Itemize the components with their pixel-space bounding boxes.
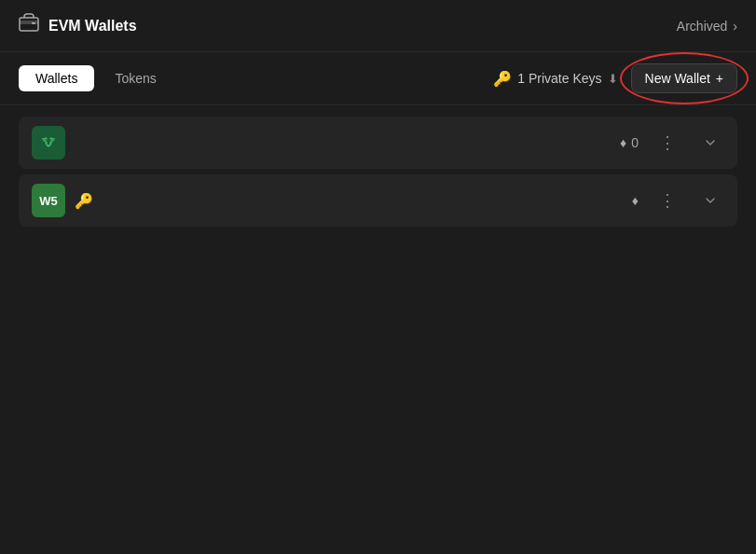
wallet-2-left: W5 🔑 (32, 184, 93, 217)
eth-icon-2: ♦ (632, 193, 639, 208)
wallet-2-key-icon: 🔑 (75, 192, 93, 210)
tab-tokens[interactable]: Tokens (98, 65, 172, 91)
svg-point-5 (49, 142, 50, 143)
key-emoji-icon: 🔑 (493, 70, 512, 88)
svg-point-3 (39, 133, 58, 152)
wallet-1-more-button[interactable]: ⋮ (653, 131, 681, 155)
wallet-2-balance: ♦ (632, 193, 639, 208)
wallet-2-avatar: W5 (32, 184, 65, 217)
archived-label: Archived (677, 19, 727, 34)
header-left: EVM Wallets (19, 13, 137, 38)
wallet-2-avatar-text: W5 (39, 194, 58, 208)
svg-rect-1 (20, 21, 38, 24)
new-wallet-plus-icon: + (716, 71, 723, 86)
eth-icon-1: ♦ (620, 135, 626, 150)
app-container: EVM Wallets Archived › Wallets Tokens 🔑 … (0, 0, 756, 554)
wallet-folder-icon (19, 13, 39, 38)
new-wallet-wrapper: New Wallet + (631, 63, 737, 93)
wallet-row-1: ♦ 0 ⋮ (19, 117, 737, 169)
download-icon: ⬇ (608, 72, 618, 86)
wallet-1-left (32, 126, 65, 159)
wallet-2-more-button[interactable]: ⋮ (653, 188, 681, 213)
toolbar-right: 🔑 1 Private Keys ⬇ New Wallet + (493, 63, 737, 93)
wallet-1-right: ♦ 0 ⋮ (620, 131, 724, 155)
new-wallet-label: New Wallet (645, 71, 710, 86)
new-wallet-button[interactable]: New Wallet + (631, 63, 737, 93)
wallet-2-expand-button[interactable] (696, 190, 724, 211)
archived-link[interactable]: Archived › (677, 19, 737, 34)
tab-wallets[interactable]: Wallets (19, 65, 94, 91)
wallet-1-balance: ♦ 0 (620, 135, 639, 150)
wallet-1-expand-button[interactable] (696, 132, 724, 153)
page-title: EVM Wallets (48, 18, 137, 35)
wallet-1-amount: 0 (631, 135, 639, 150)
archived-chevron: › (733, 19, 737, 34)
wallet-row-2: W5 🔑 ♦ ⋮ (19, 174, 737, 227)
wallet-list: ♦ 0 ⋮ W5 🔑 ♦ (0, 105, 756, 238)
tabs: Wallets Tokens (19, 65, 173, 91)
svg-point-4 (47, 142, 48, 143)
header: EVM Wallets Archived › (0, 0, 756, 52)
wallet-2-right: ♦ ⋮ (632, 188, 724, 213)
wallet-1-avatar (32, 126, 65, 159)
private-keys-label: 1 Private Keys (517, 71, 601, 86)
private-keys-button[interactable]: 🔑 1 Private Keys ⬇ (493, 70, 617, 88)
svg-rect-2 (32, 22, 35, 24)
toolbar: Wallets Tokens 🔑 1 Private Keys ⬇ New Wa… (0, 52, 756, 105)
